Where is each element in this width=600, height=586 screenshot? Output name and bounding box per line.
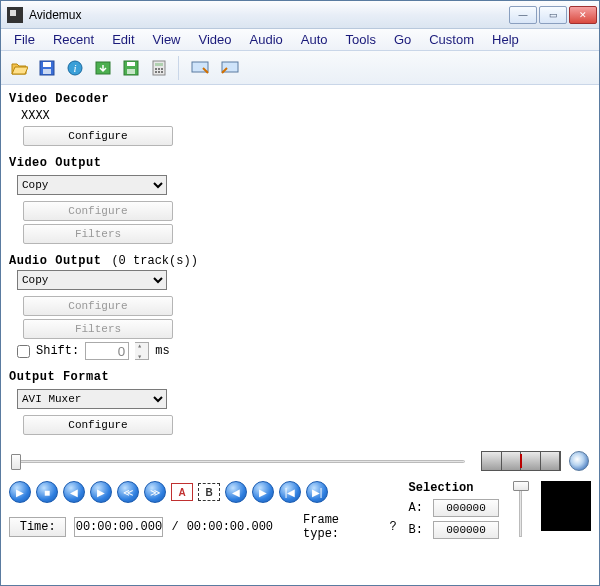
- shift-label: Shift:: [36, 344, 79, 358]
- audio-output-tracks: (0 track(s)): [111, 254, 197, 268]
- audio-output-title: Audio Output: [9, 254, 101, 268]
- selection-a-value[interactable]: 000000: [433, 499, 499, 517]
- save-icon: [38, 59, 56, 77]
- selection-a-label: A:: [409, 501, 423, 515]
- selection-title: Selection: [409, 481, 499, 495]
- open-icon: [10, 59, 28, 77]
- video-decoder-title: Video Decoder: [9, 92, 239, 106]
- svg-text:i: i: [73, 62, 76, 74]
- next-keyframe-button[interactable]: ≫: [144, 481, 166, 503]
- output-format-configure-button[interactable]: Configure: [23, 415, 173, 435]
- output-format-select[interactable]: AVI Muxer: [17, 389, 167, 409]
- output-format-section: Output Format AVI Muxer Configure: [9, 370, 239, 435]
- volume-slider[interactable]: [511, 481, 529, 541]
- app-icon: [7, 7, 23, 23]
- menu-help[interactable]: Help: [483, 30, 528, 49]
- play-button[interactable]: ▶: [9, 481, 31, 503]
- calculator-button[interactable]: [147, 56, 171, 80]
- prev-keyframe-button[interactable]: ≪: [117, 481, 139, 503]
- svg-rect-10: [155, 63, 163, 66]
- info-icon: i: [66, 59, 84, 77]
- set-marker-a-button[interactable]: A: [171, 483, 193, 501]
- frametype-value: ?: [389, 520, 396, 534]
- menu-custom[interactable]: Custom: [420, 30, 483, 49]
- selection-b-value[interactable]: 000000: [433, 521, 499, 539]
- shift-unit: ms: [155, 344, 169, 358]
- audio-output-section: Audio Output (0 track(s)) Copy Configure…: [9, 254, 239, 360]
- minimize-button[interactable]: —: [509, 6, 537, 24]
- output-format-title: Output Format: [9, 370, 239, 384]
- audio-output-filters-button[interactable]: Filters: [23, 319, 173, 339]
- jog-wheel[interactable]: [481, 451, 561, 471]
- toggle-input-preview-button[interactable]: [189, 56, 213, 80]
- svg-rect-1: [43, 62, 51, 67]
- video-output-select[interactable]: Copy: [17, 175, 167, 195]
- menu-video[interactable]: Video: [190, 30, 241, 49]
- selection-b-label: B:: [409, 523, 423, 537]
- time-current[interactable]: 00:00:00.000: [74, 517, 163, 537]
- load-project-icon: [94, 59, 112, 77]
- svg-rect-7: [127, 62, 135, 66]
- save-project-button[interactable]: [119, 56, 143, 80]
- svg-point-13: [161, 68, 163, 70]
- toolbar: i: [1, 51, 599, 85]
- load-project-button[interactable]: [91, 56, 115, 80]
- calculator-icon: [150, 59, 168, 77]
- svg-rect-8: [127, 69, 135, 74]
- prev-frame-button[interactable]: ◀: [63, 481, 85, 503]
- maximize-button[interactable]: ▭: [539, 6, 567, 24]
- svg-point-15: [158, 71, 160, 73]
- frametype-label: Frame type:: [303, 513, 381, 541]
- time-total: 00:00:00.000: [187, 520, 273, 534]
- shift-spinner[interactable]: [135, 342, 149, 360]
- video-decoder-codec: XXXX: [21, 109, 239, 123]
- shift-checkbox[interactable]: [17, 345, 30, 358]
- selection-panel: Selection A: 000000 B: 000000: [409, 481, 499, 539]
- prev-black-frame-button[interactable]: ◀: [225, 481, 247, 503]
- audio-output-select[interactable]: Copy: [17, 270, 167, 290]
- menu-edit[interactable]: Edit: [103, 30, 143, 49]
- menu-auto[interactable]: Auto: [292, 30, 337, 49]
- monitor-a-icon: [191, 59, 211, 77]
- menu-file[interactable]: File: [5, 30, 44, 49]
- audio-output-configure-button[interactable]: Configure: [23, 296, 173, 316]
- goto-end-button[interactable]: ▶|: [306, 481, 328, 503]
- preview-thumbnail: [541, 481, 591, 531]
- toggle-output-preview-button[interactable]: [217, 56, 241, 80]
- video-output-configure-button[interactable]: Configure: [23, 201, 173, 221]
- menu-go[interactable]: Go: [385, 30, 420, 49]
- seek-slider[interactable]: [11, 451, 473, 471]
- video-decoder-section: Video Decoder XXXX Configure: [9, 92, 239, 146]
- open-button[interactable]: [7, 56, 31, 80]
- menu-recent[interactable]: Recent: [44, 30, 103, 49]
- time-button[interactable]: Time:: [9, 517, 66, 537]
- svg-point-16: [161, 71, 163, 73]
- video-output-title: Video Output: [9, 156, 239, 170]
- svg-point-14: [155, 71, 157, 73]
- stop-button[interactable]: ■: [36, 481, 58, 503]
- save-project-icon: [122, 59, 140, 77]
- next-frame-button[interactable]: ▶: [90, 481, 112, 503]
- menu-view[interactable]: View: [144, 30, 190, 49]
- disc-icon[interactable]: [569, 451, 589, 471]
- menu-audio[interactable]: Audio: [241, 30, 292, 49]
- video-output-filters-button[interactable]: Filters: [23, 224, 173, 244]
- save-video-button[interactable]: [35, 56, 59, 80]
- window-title: Avidemux: [29, 8, 509, 22]
- next-black-frame-button[interactable]: ▶: [252, 481, 274, 503]
- video-decoder-configure-button[interactable]: Configure: [23, 126, 173, 146]
- menu-bar: File Recent Edit View Video Audio Auto T…: [1, 29, 599, 51]
- svg-point-11: [155, 68, 157, 70]
- svg-rect-2: [43, 69, 51, 74]
- transport-controls: ▶ ■ ◀ ▶ ≪ ≫ A B ◀ ▶ |◀ ▶|: [9, 481, 397, 503]
- shift-value-input[interactable]: [85, 342, 129, 360]
- goto-start-button[interactable]: |◀: [279, 481, 301, 503]
- close-button[interactable]: ✕: [569, 6, 597, 24]
- video-output-section: Video Output Copy Configure Filters: [9, 156, 239, 244]
- monitor-b-icon: [219, 59, 239, 77]
- set-marker-b-button[interactable]: B: [198, 483, 220, 501]
- svg-point-12: [158, 68, 160, 70]
- menu-tools[interactable]: Tools: [337, 30, 385, 49]
- info-button[interactable]: i: [63, 56, 87, 80]
- time-separator: /: [171, 520, 178, 534]
